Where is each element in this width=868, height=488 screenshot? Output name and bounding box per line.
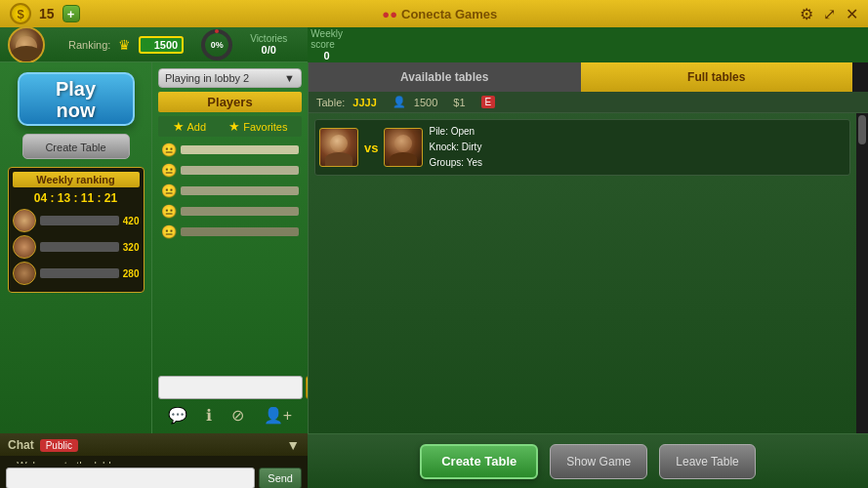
chat-label: Chat [8,438,34,452]
ranking-avatar-3 [13,262,36,285]
table-flag: E [481,96,496,108]
app-title: ●● Conecta Games [382,7,497,21]
chat-messages: « Welcome to the lobby » [0,456,308,464]
avatar [8,26,45,63]
tab-available-tables[interactable]: Available tables [309,62,581,92]
chat-input-row: Send [0,464,308,488]
add-favorites-row: ★ Add ★ Favorites [158,116,302,137]
player-name-bar-5 [181,227,299,236]
victories-box: Victories 0/0 [250,33,287,56]
tabs-row: Available tables Full tables [309,62,868,92]
middle-panel: Playing in lobby 2 ▼ Players ★ Add ★ Fav… [151,62,308,433]
status-icon-2: 😐 [161,163,177,178]
top-bar-right: ⚙ ⤢ ✕ [800,5,858,23]
chat-icon[interactable]: 💬 [168,406,187,425]
leave-table-button[interactable]: Leave Table [659,444,756,479]
table-dollar: $1 [453,97,465,108]
play-now-button[interactable]: Play now [18,72,135,126]
add-button[interactable]: ★ Add [173,119,207,134]
list-item[interactable]: 😐 [158,141,302,159]
ranking-label: Ranking: [68,39,110,51]
weekly-timer: 04 : 13 : 11 : 21 [13,191,140,205]
player-name-bar-1 [181,145,299,154]
player-search-input[interactable] [158,376,303,399]
favorites-button[interactable]: ★ Favorites [228,119,287,134]
player-actions-row: 💬 ℹ ⊘ 👤+ [158,403,302,427]
send-button[interactable]: Send [259,468,302,488]
lobby-selector[interactable]: Playing in lobby 2 ▼ [158,68,302,88]
ranking-item: 420 [13,209,140,232]
top-bar-left: $ 15 + [10,3,80,24]
tab-full-tables[interactable]: Full tables [581,62,853,92]
scrollbar-thumb[interactable] [858,115,866,144]
chat-panel: Chat Public ▼ « Welcome to the lobby » S… [0,433,308,488]
status-icon-1: 😐 [161,142,177,157]
add-friend-icon[interactable]: 👤+ [264,406,292,425]
player-search-row: 🔍 [158,376,302,399]
progress-circle: 0% [199,27,234,62]
ranking-score-1: 420 [123,216,140,226]
scrollbar-track[interactable] [856,113,868,433]
bottom-area: Chat Public ▼ « Welcome to the lobby » S… [0,433,868,488]
tables-content-area: vs Pile: Open Knock: Dirty Groups: Yes [309,113,868,433]
settings-icon[interactable]: ⚙ [800,5,813,23]
chat-input[interactable] [6,468,255,488]
players-section-header: Players [158,92,302,112]
ranking-score-2: 320 [123,242,140,253]
list-item[interactable]: 😐 [158,223,302,241]
table-player1-avatar [319,128,358,167]
info-icon[interactable]: ℹ [206,406,212,425]
ranking-avatar-1 [13,209,36,232]
weekly-score-box: Weekly score 0 [310,28,343,61]
ranking-item-2: 320 [13,235,140,259]
ranking-avatar-2 [13,235,36,259]
coin-icon[interactable]: $ [10,3,31,24]
chat-public-badge: Public [40,439,78,452]
table-row[interactable]: vs Pile: Open Knock: Dirty Groups: Yes [314,119,850,176]
add-credits-button[interactable]: + [62,5,80,22]
list-item[interactable]: 😐 [158,182,302,200]
player-list: 😐 😐 😐 😐 😐 [158,141,302,370]
ranking-name-bar-2 [40,242,119,252]
table-details: Pile: Open Knock: Dirty Groups: Yes [429,124,482,171]
ranking-name-bar-3 [40,268,119,278]
status-icon-3: 😐 [161,183,177,198]
star-icon-add: ★ [173,119,185,134]
rank-badge: C 1500 [139,36,184,54]
chat-collapse-button[interactable]: ▼ [286,437,300,453]
chat-header: Chat Public ▼ [0,434,308,456]
tables-list: vs Pile: Open Knock: Dirty Groups: Yes [309,113,856,433]
ranking-name-bar-1 [40,216,119,225]
list-item[interactable]: 😐 [158,202,302,221]
status-icon-5: 😐 [161,224,177,239]
table-rating: 1500 [414,97,437,108]
main-content: Play now Create Table Weekly ranking 04 … [0,62,868,433]
ranking-item-3: 280 [13,262,140,285]
star-icon-fav: ★ [228,119,240,134]
vs-label: vs [364,141,378,155]
resize-icon[interactable]: ⤢ [823,5,836,23]
block-icon[interactable]: ⊘ [231,406,244,425]
close-icon[interactable]: ✕ [846,5,858,23]
table-info-header: Table: JJJJ 👤 1500 $1 E [309,92,868,113]
status-icon-4: 😐 [161,204,177,219]
weekly-ranking-title: Weekly ranking [13,172,140,187]
list-item[interactable]: 😐 [158,161,302,180]
top-bar: $ 15 + ●● Conecta Games ⚙ ⤢ ✕ [0,0,868,27]
player-name-bar-3 [181,186,299,195]
credits-display: 15 [39,6,55,21]
show-game-button[interactable]: Show Game [550,444,647,479]
player-name-bar-2 [181,166,299,175]
profile-top-row: Ranking: ♛ C 1500 0% Victories 0/0 Weekl… [0,27,308,62]
right-panel: Available tables Full tables Table: JJJJ… [308,62,868,433]
table-label: Table: [316,97,345,108]
ranking-score-3: 280 [123,268,140,279]
bottom-right: Create Table Show Game Leave Table [308,433,868,488]
left-panel: Play now Create Table Weekly ranking 04 … [0,62,151,433]
create-table-left-button[interactable]: Create Table [22,134,130,159]
table-id: JJJJ [352,97,376,108]
crown-icon: ♛ [118,37,131,53]
weekly-ranking-box: Weekly ranking 04 : 13 : 11 : 21 420 320… [8,167,145,293]
create-table-bottom-button[interactable]: Create Table [420,444,538,479]
table-player2-avatar [384,128,423,167]
